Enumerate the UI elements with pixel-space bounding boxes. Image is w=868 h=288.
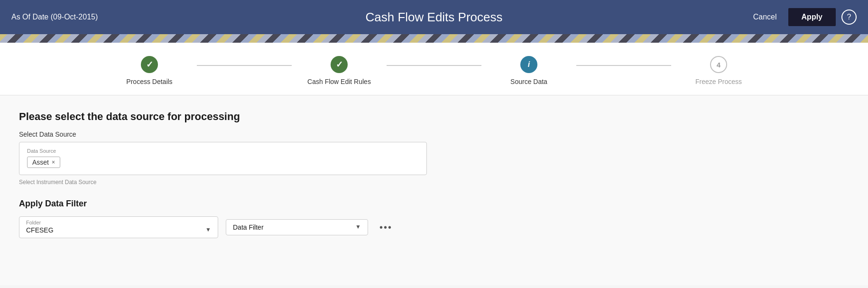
page-title: Cash Flow Edits Process: [366, 10, 503, 25]
asset-tag-close-icon[interactable]: ×: [52, 159, 55, 166]
apply-button[interactable]: Apply: [788, 8, 836, 26]
step-connector-2-3: [387, 65, 481, 66]
header-actions: Cancel Apply ?: [748, 8, 857, 26]
step-1-checkmark-icon: [146, 59, 153, 70]
step-process-details: Process Details: [102, 56, 197, 85]
decorative-band: [0, 34, 868, 43]
help-button[interactable]: ?: [841, 9, 857, 25]
filter-section: Apply Data Filter Folder CFESEG Option B…: [19, 199, 849, 238]
section-title: Please select the data source for proces…: [19, 111, 849, 123]
main-content: Please select the data source for proces…: [0, 95, 868, 285]
step-4-label: Freeze Process: [695, 78, 742, 85]
step-1-label: Process Details: [126, 78, 172, 85]
step-source-data: Source Data: [481, 56, 576, 85]
step-3-circle: [520, 56, 537, 73]
data-source-box: Data Source Asset ×: [19, 142, 427, 175]
data-filter-dropdown-container[interactable]: Data Filter Filter A Filter B ▼: [226, 219, 368, 235]
step-connector-1-2: [197, 65, 292, 66]
asset-tag: Asset ×: [27, 157, 60, 168]
step-2-label: Cash Flow Edit Rules: [307, 78, 371, 85]
step-3-info-icon: [528, 60, 530, 69]
step-connector-3-4: [576, 65, 671, 66]
hint-text: Select Instrument Data Source: [19, 179, 849, 186]
filter-row: Folder CFESEG Option B Option C ▼ Data F…: [19, 216, 849, 238]
step-1-circle: [141, 56, 158, 73]
step-3-label: Source Data: [510, 78, 547, 85]
data-source-inner-label: Data Source: [27, 148, 419, 154]
asset-tag-label: Asset: [32, 158, 49, 166]
folder-dropdown-container[interactable]: Folder CFESEG Option B Option C ▼: [19, 216, 218, 238]
data-source-field-label: Select Data Source: [19, 130, 849, 138]
step-4-circle: 4: [710, 56, 727, 73]
app-header: As Of Date (09-Oct-2015) Cash Flow Edits…: [0, 0, 868, 34]
steps-track: Process Details Cash Flow Edit Rules Sou…: [102, 56, 766, 85]
step-2-circle: [331, 56, 348, 73]
ellipsis-button[interactable]: •••: [376, 220, 396, 235]
step-2-checkmark-icon: [336, 59, 343, 70]
step-4-number: 4: [717, 61, 720, 69]
steps-container: Process Details Cash Flow Edit Rules Sou…: [0, 43, 868, 95]
as-of-date: As Of Date (09-Oct-2015): [11, 13, 98, 21]
step-cash-flow-edit-rules: Cash Flow Edit Rules: [292, 56, 387, 85]
cancel-button[interactable]: Cancel: [748, 10, 783, 24]
folder-inner-label: Folder: [19, 217, 218, 225]
filter-section-title: Apply Data Filter: [19, 199, 849, 209]
help-icon: ?: [847, 13, 851, 21]
folder-select[interactable]: CFESEG Option B Option C: [19, 225, 218, 238]
data-filter-select[interactable]: Data Filter Filter A Filter B: [226, 223, 368, 235]
step-freeze-process: 4 Freeze Process: [671, 56, 766, 85]
